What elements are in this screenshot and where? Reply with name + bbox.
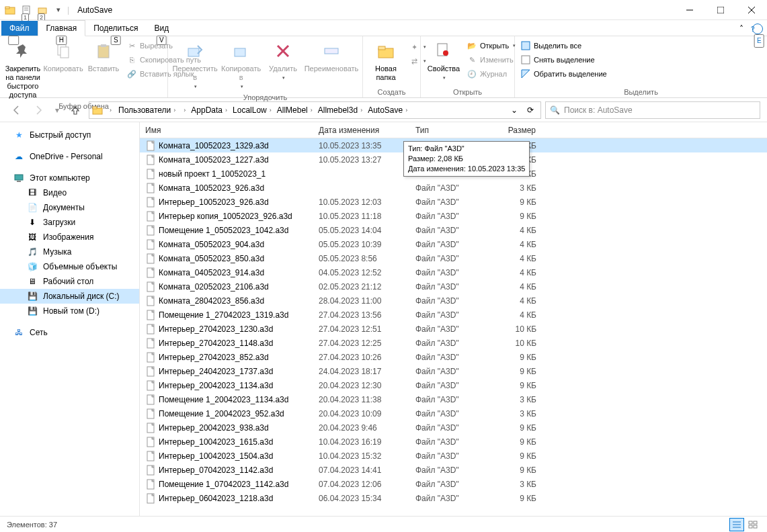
- file-row[interactable]: Интерьер_20042023_1134.a3d20.04.2023 12:…: [140, 378, 767, 392]
- crumb-root-chevron[interactable]: ›: [104, 107, 114, 114]
- file-row[interactable]: Интерьер_10042023_1504.a3d10.04.2023 15:…: [140, 449, 767, 463]
- breadcrumb-item[interactable]: ›: [178, 107, 188, 114]
- selectnone-button[interactable]: Снять выделение: [518, 53, 610, 66]
- nav-item[interactable]: 🎞Видео: [0, 185, 139, 200]
- file-row[interactable]: Интерьер_27042023_852.a3d27.04.2023 10:2…: [140, 350, 767, 364]
- view-large-button[interactable]: [745, 518, 760, 531]
- file-row[interactable]: Интерьер_10052023_926.a3d10.05.2023 12:0…: [140, 195, 767, 209]
- file-row[interactable]: Помещение 1_27042023_1319.a3d27.04.2023 …: [140, 308, 767, 322]
- chevron-right-icon: ›: [225, 107, 227, 114]
- maximize-button[interactable]: [705, 0, 736, 20]
- tab-file[interactable]: ФайлФ: [1, 21, 38, 36]
- pin-button[interactable]: Закрепить на панели быстрого доступа: [3, 38, 43, 101]
- file-row[interactable]: Интерьер_27042023_1230.a3d27.04.2023 12:…: [140, 322, 767, 336]
- open-button[interactable]: 📂Открыть▾: [464, 39, 518, 52]
- nav-item[interactable]: 💾Новый том (D:): [0, 304, 139, 318]
- tab-share-label: Поделиться: [93, 24, 138, 33]
- newfolder-button[interactable]: Новая папка: [366, 38, 406, 83]
- file-row[interactable]: Помещение 1_07042023_1142.a3d07.04.2023 …: [140, 477, 767, 491]
- col-date[interactable]: Дата изменения: [313, 126, 410, 135]
- titlebar: 1 2 ▾ | AutoSave: [0, 0, 767, 20]
- help-icon[interactable]: ?E: [752, 24, 763, 34]
- invertsel-button[interactable]: Обратить выделение: [518, 67, 610, 81]
- nav-item[interactable]: 🖼Изображения: [0, 230, 139, 245]
- tab-share[interactable]: ПоделитьсяS: [85, 21, 146, 36]
- file-row[interactable]: Помещение 1_20042023_1134.a3d20.04.2023 …: [140, 392, 767, 406]
- file-row[interactable]: Интерьер_07042023_1142.a3d07.04.2023 14:…: [140, 463, 767, 477]
- qat-properties-icon[interactable]: 1: [19, 3, 34, 17]
- svg-rect-60: [749, 525, 752, 528]
- up-button[interactable]: [66, 101, 85, 120]
- tab-view-label: Вид: [154, 24, 169, 33]
- col-type[interactable]: Тип: [410, 126, 491, 135]
- file-row[interactable]: Помещение 1_20042023_952.a3d20.04.2023 1…: [140, 406, 767, 420]
- file-row[interactable]: Комната_04052023_914.a3d04.05.2023 12:52…: [140, 265, 767, 279]
- search-input[interactable]: 🔍 Поиск в: AutoSave: [545, 101, 760, 119]
- svg-rect-14: [188, 48, 199, 56]
- recent-dropdown[interactable]: ▾: [52, 101, 62, 120]
- delete-button[interactable]: Удалить▾: [263, 38, 303, 83]
- moveto-button[interactable]: Переместить в▾: [171, 38, 219, 92]
- file-row[interactable]: Комната_28042023_856.a3d28.04.2023 11:00…: [140, 294, 767, 308]
- edit-button[interactable]: ✎Изменить: [464, 53, 518, 66]
- nav-onedrive[interactable]: ☁OneDrive - Personal: [0, 149, 139, 164]
- nav-item[interactable]: 🖥Рабочий стол: [0, 274, 139, 289]
- file-icon: [145, 394, 156, 405]
- tab-home[interactable]: ГлавнаяH: [38, 20, 86, 36]
- col-size[interactable]: Размер: [491, 126, 542, 135]
- file-row[interactable]: Комната_02052023_2106.a3d02.05.2023 21:1…: [140, 279, 767, 294]
- folder-icon: [3, 3, 17, 17]
- forward-button[interactable]: [30, 101, 48, 120]
- svg-rect-23: [522, 42, 530, 50]
- nav-network[interactable]: 🖧Сеть: [0, 325, 139, 340]
- breadcrumb-item[interactable]: AppData›: [188, 105, 230, 115]
- nav-item[interactable]: 🧊Объемные объекты: [0, 259, 139, 274]
- file-rows[interactable]: Комната_10052023_1329.a3d10.05.2023 13:3…: [140, 138, 767, 516]
- tab-view[interactable]: ВидV: [146, 21, 177, 36]
- selectall-button[interactable]: Выделить все: [518, 39, 610, 52]
- history-button[interactable]: 🕘Журнал: [464, 67, 518, 81]
- nav-item[interactable]: ⬇Загрузки: [0, 215, 139, 230]
- file-row[interactable]: Помещение 1_05052023_1042.a3d05.05.2023 …: [140, 223, 767, 237]
- ribbon-collapse-icon[interactable]: ˄: [735, 22, 748, 36]
- file-row[interactable]: Интерьер_20042023_938.a3d20.04.2023 9:46…: [140, 420, 767, 435]
- address-dropdown-icon[interactable]: ⌄: [507, 105, 522, 115]
- close-button[interactable]: [736, 0, 767, 20]
- nav-item[interactable]: 🎵Музыка: [0, 245, 139, 259]
- back-button[interactable]: [7, 101, 26, 120]
- breadcrumb-item[interactable]: AutoSave›: [365, 105, 410, 115]
- qat-dropdown-icon[interactable]: ▾: [51, 3, 66, 17]
- view-details-button[interactable]: [729, 518, 744, 531]
- col-name[interactable]: Имя: [140, 126, 313, 135]
- address-box[interactable]: › Пользователи››AppData›LocalLow›AllMebe…: [89, 101, 541, 119]
- file-row[interactable]: Интерьер_27042023_1148.a3d27.04.2023 12:…: [140, 336, 767, 350]
- file-icon: [145, 493, 156, 504]
- file-row[interactable]: Интерьер_24042023_1737.a3d24.04.2023 18:…: [140, 364, 767, 378]
- breadcrumb-item[interactable]: Пользователи›: [116, 105, 178, 115]
- properties-button[interactable]: Свойства▾: [423, 38, 464, 83]
- minimize-button[interactable]: [674, 0, 705, 20]
- file-row[interactable]: Интерьер_06042023_1218.a3d06.04.2023 15:…: [140, 491, 767, 505]
- breadcrumb-item[interactable]: AllMebel›: [274, 105, 315, 115]
- breadcrumb-item[interactable]: LocalLow›: [230, 105, 274, 115]
- qat-newfolder-icon[interactable]: 2: [35, 3, 50, 17]
- nav-thispc[interactable]: Этот компьютер: [0, 171, 139, 185]
- file-row[interactable]: Интерьер_10042023_1615.a3d10.04.2023 16:…: [140, 435, 767, 449]
- refresh-icon[interactable]: ⟳: [523, 105, 538, 115]
- rename-button[interactable]: Переименовать: [303, 38, 360, 75]
- breadcrumb-item[interactable]: Allmebel3d›: [315, 105, 365, 115]
- file-row[interactable]: Комната_10052023_926.a3dФайл "A3D"3 КБ: [140, 181, 767, 195]
- file-icon: [145, 296, 156, 306]
- file-row[interactable]: Интерьер копия_10052023_926.a3d10.05.202…: [140, 209, 767, 223]
- svg-rect-12: [98, 46, 109, 58]
- nav-quick-access[interactable]: ★Быстрый доступ: [0, 128, 139, 142]
- file-row[interactable]: Комната_05052023_904.a3d05.05.2023 10:39…: [140, 237, 767, 251]
- file-list: Имя Дата изменения Тип Размер Комната_10…: [140, 122, 767, 516]
- properties-icon: [433, 40, 454, 62]
- nav-item[interactable]: 💾Локальный диск (C:): [0, 289, 139, 304]
- file-row[interactable]: Комната_05052023_850.a3d05.05.2023 8:56Ф…: [140, 251, 767, 265]
- copyto-button[interactable]: Копировать в▾: [219, 38, 263, 92]
- file-icon: [145, 423, 156, 433]
- nav-item[interactable]: 📄Документы: [0, 200, 139, 215]
- address-bar: ▾ › Пользователи››AppData›LocalLow›AllMe…: [0, 98, 767, 122]
